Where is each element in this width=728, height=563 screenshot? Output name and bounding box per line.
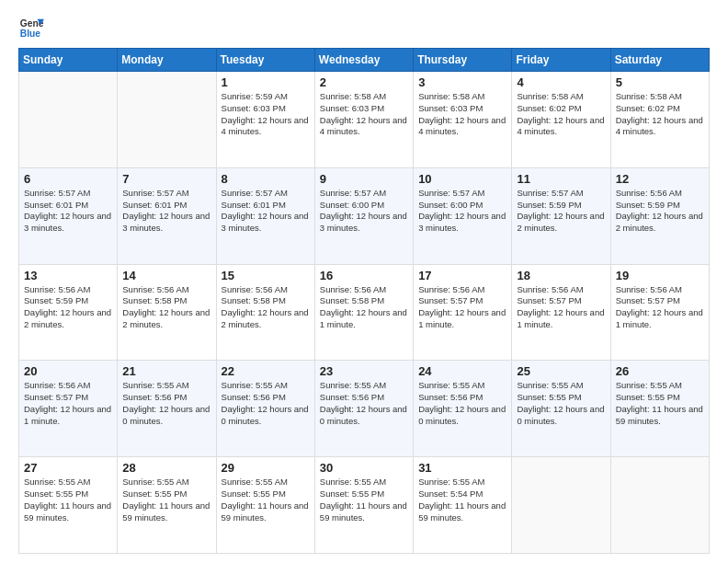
calendar-cell: 22Sunrise: 5:55 AM Sunset: 5:56 PM Dayli… [216, 361, 314, 457]
day-info: Sunrise: 5:57 AM Sunset: 6:00 PM Dayligh… [320, 188, 408, 235]
day-info: Sunrise: 5:57 AM Sunset: 6:01 PM Dayligh… [222, 188, 310, 235]
calendar-cell: 13Sunrise: 5:56 AM Sunset: 5:59 PM Dayli… [19, 264, 118, 361]
day-info: Sunrise: 5:58 AM Sunset: 6:02 PM Dayligh… [517, 91, 605, 138]
calendar-header-saturday: Saturday [610, 49, 709, 72]
day-number: 25 [517, 364, 605, 378]
day-number: 23 [320, 364, 408, 378]
day-info: Sunrise: 5:56 AM Sunset: 5:58 PM Dayligh… [122, 284, 210, 331]
calendar-header-tuesday: Tuesday [216, 49, 314, 72]
day-number: 19 [616, 269, 704, 282]
day-info: Sunrise: 5:56 AM Sunset: 5:59 PM Dayligh… [24, 284, 112, 331]
day-number: 29 [222, 461, 310, 475]
calendar-cell: 19Sunrise: 5:56 AM Sunset: 5:57 PM Dayli… [610, 264, 709, 361]
calendar-week-1: 1Sunrise: 5:59 AM Sunset: 6:03 PM Daylig… [19, 72, 710, 168]
day-info: Sunrise: 5:56 AM Sunset: 5:57 PM Dayligh… [517, 284, 605, 331]
calendar-cell: 24Sunrise: 5:55 AM Sunset: 5:56 PM Dayli… [414, 361, 512, 457]
day-info: Sunrise: 5:55 AM Sunset: 5:55 PM Dayligh… [517, 380, 605, 427]
calendar-cell: 14Sunrise: 5:56 AM Sunset: 5:58 PM Dayli… [118, 264, 216, 361]
day-info: Sunrise: 5:56 AM Sunset: 5:57 PM Dayligh… [616, 284, 704, 331]
calendar-cell: 23Sunrise: 5:55 AM Sunset: 5:56 PM Dayli… [314, 361, 413, 457]
svg-text:Blue: Blue [20, 29, 41, 39]
day-info: Sunrise: 5:57 AM Sunset: 6:01 PM Dayligh… [24, 188, 112, 235]
calendar-cell [512, 457, 610, 554]
day-number: 21 [122, 364, 210, 378]
calendar-cell: 30Sunrise: 5:55 AM Sunset: 5:55 PM Dayli… [314, 457, 413, 554]
calendar-cell: 16Sunrise: 5:56 AM Sunset: 5:58 PM Dayli… [314, 264, 413, 361]
day-info: Sunrise: 5:55 AM Sunset: 5:55 PM Dayligh… [616, 380, 704, 427]
day-number: 17 [418, 269, 506, 282]
calendar-week-2: 6Sunrise: 5:57 AM Sunset: 6:01 PM Daylig… [19, 167, 710, 264]
day-number: 10 [418, 172, 506, 186]
calendar-week-3: 13Sunrise: 5:56 AM Sunset: 5:59 PM Dayli… [19, 264, 710, 361]
calendar-cell: 18Sunrise: 5:56 AM Sunset: 5:57 PM Dayli… [512, 264, 610, 361]
calendar-cell: 9Sunrise: 5:57 AM Sunset: 6:00 PM Daylig… [314, 167, 413, 264]
calendar-cell: 6Sunrise: 5:57 AM Sunset: 6:01 PM Daylig… [19, 167, 118, 264]
day-info: Sunrise: 5:58 AM Sunset: 6:02 PM Dayligh… [616, 91, 704, 138]
calendar-cell: 25Sunrise: 5:55 AM Sunset: 5:55 PM Dayli… [512, 361, 610, 457]
day-number: 16 [320, 269, 408, 282]
calendar-cell: 21Sunrise: 5:55 AM Sunset: 5:56 PM Dayli… [118, 361, 216, 457]
calendar-cell: 4Sunrise: 5:58 AM Sunset: 6:02 PM Daylig… [512, 72, 610, 168]
day-info: Sunrise: 5:56 AM Sunset: 5:59 PM Dayligh… [616, 188, 704, 235]
calendar-cell: 1Sunrise: 5:59 AM Sunset: 6:03 PM Daylig… [216, 72, 314, 168]
calendar-cell [610, 457, 709, 554]
day-number: 3 [418, 75, 506, 89]
day-info: Sunrise: 5:55 AM Sunset: 5:55 PM Dayligh… [24, 477, 112, 523]
calendar-cell: 7Sunrise: 5:57 AM Sunset: 6:01 PM Daylig… [118, 167, 216, 264]
calendar-header-monday: Monday [118, 49, 216, 72]
day-number: 11 [517, 172, 605, 186]
calendar-cell: 15Sunrise: 5:56 AM Sunset: 5:58 PM Dayli… [216, 264, 314, 361]
calendar-header-thursday: Thursday [414, 49, 512, 72]
logo-icon: General Blue [18, 15, 44, 40]
day-number: 1 [222, 75, 310, 89]
day-info: Sunrise: 5:57 AM Sunset: 6:01 PM Dayligh… [122, 188, 210, 235]
day-info: Sunrise: 5:56 AM Sunset: 5:57 PM Dayligh… [418, 284, 506, 331]
day-info: Sunrise: 5:55 AM Sunset: 5:55 PM Dayligh… [320, 477, 408, 523]
day-info: Sunrise: 5:59 AM Sunset: 6:03 PM Dayligh… [222, 91, 310, 138]
day-number: 12 [616, 172, 704, 186]
calendar-week-5: 27Sunrise: 5:55 AM Sunset: 5:55 PM Dayli… [19, 457, 710, 554]
day-info: Sunrise: 5:58 AM Sunset: 6:03 PM Dayligh… [320, 91, 408, 138]
day-number: 14 [122, 269, 210, 282]
page-header: General Blue [18, 15, 710, 40]
day-number: 9 [320, 172, 408, 186]
calendar-cell: 31Sunrise: 5:55 AM Sunset: 5:54 PM Dayli… [414, 457, 512, 554]
calendar-cell: 26Sunrise: 5:55 AM Sunset: 5:55 PM Dayli… [610, 361, 709, 457]
calendar-cell: 17Sunrise: 5:56 AM Sunset: 5:57 PM Dayli… [414, 264, 512, 361]
calendar-cell: 3Sunrise: 5:58 AM Sunset: 6:03 PM Daylig… [414, 72, 512, 168]
day-number: 28 [122, 461, 210, 475]
calendar-cell: 2Sunrise: 5:58 AM Sunset: 6:03 PM Daylig… [314, 72, 413, 168]
day-number: 15 [222, 269, 310, 282]
day-number: 8 [222, 172, 310, 186]
calendar-cell: 20Sunrise: 5:56 AM Sunset: 5:57 PM Dayli… [19, 361, 118, 457]
day-number: 4 [517, 75, 605, 89]
day-number: 6 [24, 172, 112, 186]
calendar-cell: 12Sunrise: 5:56 AM Sunset: 5:59 PM Dayli… [610, 167, 709, 264]
calendar-cell [19, 72, 118, 168]
day-number: 24 [418, 364, 506, 378]
day-info: Sunrise: 5:56 AM Sunset: 5:57 PM Dayligh… [24, 380, 112, 427]
calendar-header-sunday: Sunday [19, 49, 118, 72]
calendar-cell: 8Sunrise: 5:57 AM Sunset: 6:01 PM Daylig… [216, 167, 314, 264]
day-info: Sunrise: 5:56 AM Sunset: 5:58 PM Dayligh… [222, 284, 310, 331]
calendar-header-wednesday: Wednesday [314, 49, 413, 72]
day-number: 30 [320, 461, 408, 475]
calendar-cell: 5Sunrise: 5:58 AM Sunset: 6:02 PM Daylig… [610, 72, 709, 168]
day-info: Sunrise: 5:57 AM Sunset: 5:59 PM Dayligh… [517, 188, 605, 235]
day-number: 2 [320, 75, 408, 89]
day-info: Sunrise: 5:56 AM Sunset: 5:58 PM Dayligh… [320, 284, 408, 331]
day-number: 22 [222, 364, 310, 378]
calendar-header-row: SundayMondayTuesdayWednesdayThursdayFrid… [19, 49, 710, 72]
calendar-header-friday: Friday [512, 49, 610, 72]
day-info: Sunrise: 5:57 AM Sunset: 6:00 PM Dayligh… [418, 188, 506, 235]
logo: General Blue [18, 15, 44, 40]
day-number: 13 [24, 269, 112, 282]
day-number: 7 [122, 172, 210, 186]
day-number: 18 [517, 269, 605, 282]
day-number: 5 [616, 75, 704, 89]
day-info: Sunrise: 5:55 AM Sunset: 5:55 PM Dayligh… [222, 477, 310, 523]
calendar-table: SundayMondayTuesdayWednesdayThursdayFrid… [18, 48, 710, 554]
calendar-cell [118, 72, 216, 168]
day-info: Sunrise: 5:58 AM Sunset: 6:03 PM Dayligh… [418, 91, 506, 138]
day-number: 27 [24, 461, 112, 475]
